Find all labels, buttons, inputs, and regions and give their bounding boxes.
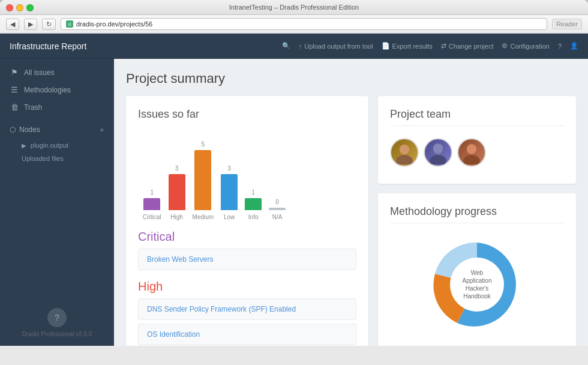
nodes-section: ⬡ Nodes + ▶ plugin.output Uploaded files [0, 121, 114, 165]
issues-card: Issues so far 1 Critical [126, 96, 368, 346]
app-wrapper: Infrastructure Report 🔍 ↑ Upload output … [0, 34, 588, 346]
change-icon: ⇄ [441, 42, 446, 50]
sidebar: ⚑ All issues ☰ Methodologies 🗑 Trash [0, 59, 114, 346]
sidebar-item-plugin-output[interactable]: ▶ plugin.output [0, 139, 114, 152]
change-project-button[interactable]: ⇄ Change project [441, 42, 494, 50]
user-button[interactable]: 👤 [570, 42, 578, 50]
refresh-button[interactable]: ↻ [42, 19, 56, 30]
nodes-icon: ⬡ [10, 125, 16, 134]
app-title: Infrastructure Report [10, 41, 86, 51]
svg-point-1 [396, 155, 413, 164]
main-inner: Project summary Issues so far 1 [114, 59, 588, 346]
bar-medium: 5 Medium [193, 141, 214, 220]
methodology-title: Methodology progress [390, 205, 564, 223]
main-content: Project summary Issues so far 1 [114, 59, 588, 346]
bar-info-count: 1 [251, 189, 255, 196]
browser-window: IntranetTesting – Dradis Professional Ed… [0, 0, 588, 365]
window-controls [6, 4, 34, 11]
back-button[interactable]: ◀ [6, 19, 19, 30]
sidebar-help-button[interactable]: ? [47, 308, 67, 327]
right-cards: Project team [378, 96, 576, 346]
nodes-header[interactable]: ⬡ Nodes + [0, 121, 114, 139]
bar-na: 0 N/A [269, 199, 286, 220]
svg-point-7 [463, 155, 480, 164]
donut-container: Web Application Hacker's Handbook [390, 231, 564, 339]
browser-nav-bar: ◀ ▶ ↻ d dradis-pro.dev/projects/56 Reade… [0, 15, 588, 34]
user-icon: 👤 [570, 42, 578, 50]
avatar-1 [390, 138, 419, 167]
sidebar-item-all-issues[interactable]: ⚑ All issues [0, 64, 114, 81]
version-label: Dradis Professional v2.6.0 [8, 331, 106, 337]
bar-na-label: N/A [272, 214, 283, 220]
team-title: Project team [390, 108, 564, 126]
url-bar[interactable]: d dradis-pro.dev/projects/56 [61, 18, 547, 30]
export-button[interactable]: 📄 Export results [382, 42, 433, 50]
critical-heading: Critical [138, 230, 356, 244]
avatar-2 [424, 138, 452, 167]
bar-high-rect [169, 174, 185, 210]
methodology-card: Methodology progress [378, 193, 576, 346]
bar-low-label: Low [224, 214, 235, 220]
bar-critical-rect [143, 198, 160, 210]
url-text: dradis-pro.dev/projects/56 [76, 20, 152, 28]
sidebar-footer: ? Dradis Professional v2.6.0 [0, 300, 114, 346]
issue-dns-spf[interactable]: DNS Sender Policy Framework (SPF) Enable… [138, 298, 356, 320]
sidebar-main-row: ⚑ All issues ☰ Methodologies 🗑 Trash [0, 59, 588, 346]
help-icon: ? [558, 43, 562, 50]
methodologies-icon: ☰ [10, 85, 19, 94]
bar-low-count: 3 [227, 165, 231, 172]
svg-point-4 [430, 155, 446, 164]
team-avatars [390, 133, 564, 172]
bar-low-rect [221, 174, 238, 210]
team-card: Project team [378, 96, 576, 184]
forward-button[interactable]: ▶ [24, 19, 37, 30]
avatar-3 [457, 138, 486, 167]
sidebar-item-trash[interactable]: 🗑 Trash [0, 98, 114, 116]
close-button[interactable] [6, 4, 13, 11]
browser-title: IntranetTesting – Dradis Professional Ed… [229, 4, 359, 11]
export-icon: 📄 [382, 42, 390, 50]
maximize-button[interactable] [26, 4, 34, 11]
sidebar-nav: ⚑ All issues ☰ Methodologies 🗑 Trash [0, 59, 114, 300]
card-row: Issues so far 1 Critical [126, 96, 576, 346]
bar-low: 3 Low [221, 165, 238, 220]
bar-critical-count: 1 [151, 189, 154, 196]
svg-point-2 [400, 145, 409, 154]
upload-button[interactable]: ↑ Upload output from tool [299, 43, 373, 50]
minimize-button[interactable] [16, 4, 23, 11]
svg-point-8 [467, 144, 476, 154]
donut-label: Web Application Hacker's Handbook [456, 269, 498, 300]
configuration-button[interactable]: ⚙ Configuration [502, 42, 549, 50]
bar-info-rect [245, 198, 262, 210]
gear-icon: ⚙ [502, 42, 508, 50]
bar-critical-label: Critical [143, 214, 161, 220]
bar-na-rect [269, 208, 286, 210]
issue-os-identification[interactable]: OS Identification [138, 324, 356, 345]
sidebar-item-methodologies[interactable]: ☰ Methodologies [0, 81, 114, 98]
issue-broken-web-servers[interactable]: Broken Web Servers [138, 249, 356, 270]
bar-info: 1 Info [245, 189, 262, 220]
add-node-button[interactable]: + [100, 125, 104, 134]
bar-high-count: 3 [175, 165, 179, 172]
donut-chart: Web Application Hacker's Handbook [429, 237, 525, 333]
sidebar-item-uploaded-files[interactable]: Uploaded files [0, 152, 114, 165]
chart-title: Issues so far [138, 108, 356, 121]
search-button[interactable]: 🔍 [282, 42, 290, 50]
help-button[interactable]: ? [558, 43, 562, 50]
bar-critical: 1 Critical [143, 189, 161, 220]
upload-icon: ↑ [299, 43, 302, 50]
search-icon: 🔍 [282, 42, 290, 50]
favicon-icon: d [66, 20, 73, 28]
reader-button[interactable]: Reader [552, 19, 582, 29]
svg-point-5 [433, 143, 443, 153]
title-bar: IntranetTesting – Dradis Professional Ed… [0, 0, 588, 15]
bar-na-count: 0 [275, 199, 279, 205]
bar-medium-rect [194, 150, 211, 210]
issues-icon: ⚑ [10, 68, 19, 77]
question-icon: ? [55, 313, 59, 322]
bar-medium-label: Medium [193, 214, 214, 220]
bar-info-label: Info [248, 214, 259, 220]
bar-high: 3 High [169, 165, 185, 220]
arrow-icon: ▶ [22, 142, 26, 149]
high-heading: High [138, 280, 356, 294]
